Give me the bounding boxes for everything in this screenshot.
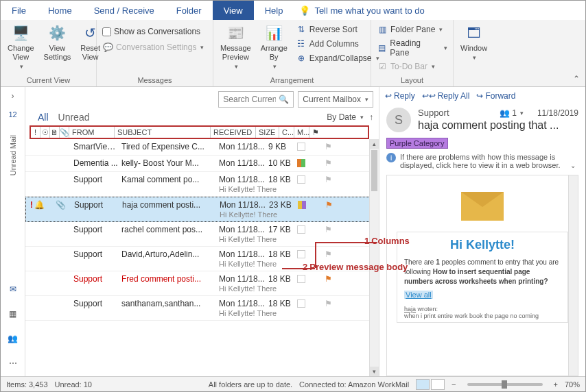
row-size: 17 KB (268, 225, 293, 234)
scroll-down-button[interactable]: ▾ (370, 367, 379, 376)
zoom-in-button[interactable]: + (554, 380, 558, 389)
view-all-link[interactable]: View all (404, 291, 433, 299)
body-scrollbar[interactable] (568, 175, 578, 376)
conversation-settings-button[interactable]: 💬Conversation Settings▾ (101, 41, 205, 53)
row-preview-url (73, 185, 216, 193)
nav-mail-icon[interactable]: ✉ (5, 283, 21, 295)
body-paragraph: There are 1 peoples comment to entry tha… (404, 258, 561, 286)
main-area: › 12 Unread Mail ✉ ▦ 👥 ⋯ 🔍 Current Mailb… (1, 87, 585, 376)
message-row[interactable]: SupportFred comment posti...Mon 11/18...… (25, 271, 379, 296)
row-preview-body: Hi Kellytte! There (220, 210, 277, 219)
search-icon[interactable]: 🔍 (279, 95, 289, 104)
message-row[interactable]: SmartView ...Tired of Expensive C...Mon … (25, 139, 379, 156)
row-flag[interactable]: ⚑ (325, 175, 334, 184)
col-icon[interactable]: 🗎 (50, 127, 60, 138)
col-received[interactable]: RECEIVED (211, 127, 256, 138)
col-mention[interactable]: M... (294, 127, 309, 138)
todo-bar-button[interactable]: ☑To-Do Bar▾ (375, 60, 436, 73)
info-expand[interactable]: ⌄ (570, 162, 576, 169)
row-from: Support (74, 200, 121, 210)
scroll-thumb[interactable] (371, 150, 377, 191)
reverse-sort-button[interactable]: ⇅Reverse Sort (294, 23, 381, 36)
row-size: 9 KB (268, 142, 293, 151)
tell-me-search[interactable]: 💡 Tell me what you want to do (299, 1, 424, 20)
row-flag[interactable]: ⚑ (325, 274, 334, 284)
reply-button[interactable]: ↩Reply (385, 91, 415, 101)
column-headers[interactable]: ! ☉ 🗎 📎 FROM SUBJECT RECEIVED SIZE C... … (30, 125, 369, 139)
message-row[interactable]: Dementia ...kelly- Boost Your M...Mon 11… (25, 156, 379, 172)
expand-collapse-button[interactable]: ⊕Expand/Collapse▾ (294, 52, 381, 64)
tab-view[interactable]: View (213, 1, 254, 20)
row-from: Support (73, 249, 120, 259)
view-normal-button[interactable] (416, 379, 430, 390)
col-reminder[interactable]: ☉ (40, 127, 50, 138)
search-scope-dropdown[interactable]: Current Mailbox▾ (298, 91, 373, 108)
col-subject[interactable]: SUBJECT (115, 127, 211, 138)
message-row[interactable]: SupportDavid,Arturo,Adelin...Mon 11/18..… (25, 247, 379, 271)
message-row[interactable]: Supportsanthanam,santhan...Mon 11/18...1… (25, 296, 379, 321)
folder-pane-button[interactable]: ▥Folder Pane▾ (375, 23, 444, 36)
row-flag[interactable]: ⚑ (325, 225, 334, 234)
add-columns-icon: ☷ (296, 38, 307, 49)
col-size[interactable]: SIZE (256, 127, 279, 138)
message-list-pane: 🔍 Current Mailbox▾ All Unread By Date ▾ … (25, 87, 379, 376)
tab-home[interactable]: Home (37, 1, 83, 20)
preview-icon: 📰 (226, 23, 245, 42)
scroll-up-button[interactable]: ▴ (370, 139, 379, 149)
window-button[interactable]: 🗔Window▾ (458, 22, 490, 63)
add-columns-button[interactable]: ☷Add Columns (294, 38, 381, 50)
row-flag[interactable]: ⚑ (325, 200, 335, 210)
tab-send-receive[interactable]: Send / Receive (83, 1, 165, 20)
zoom-slider[interactable] (467, 383, 543, 386)
show-conversations-checkbox[interactable]: Show as Conversations (101, 26, 202, 37)
row-flag[interactable]: ⚑ (325, 142, 334, 151)
status-folders: All folders are up to date. (209, 380, 292, 389)
row-flag[interactable]: ⚑ (325, 158, 334, 168)
info-bar[interactable]: i If there are problems with how this me… (386, 153, 578, 169)
people-icon: 👥 (500, 108, 510, 118)
col-categories[interactable]: C... (279, 127, 294, 138)
nav-more-icon[interactable]: ⋯ (5, 357, 21, 369)
row-from: Support (73, 274, 120, 284)
row-flag[interactable]: ⚑ (325, 299, 334, 308)
search-input[interactable] (223, 95, 276, 104)
col-from[interactable]: FROM (69, 127, 115, 138)
arrange-by-button[interactable]: 📊Arrange By▾ (258, 22, 290, 72)
row-subject: santhanam,santhan... (121, 299, 218, 308)
col-flag[interactable]: ⚑ (309, 127, 322, 138)
message-row[interactable]: Supportrachel comment pos...Mon 11/18...… (25, 222, 379, 247)
filter-unread[interactable]: Unread (58, 112, 90, 123)
row-received: Mon 11/18... (219, 175, 267, 184)
filter-all[interactable]: All (38, 112, 49, 123)
message-scrollbar[interactable]: ▴ ▾ (369, 139, 379, 376)
view-settings-button[interactable]: ⚙️View Settings (41, 22, 74, 63)
reading-pane: ↩Reply ↩↩Reply All ↪Forward S Support 👥1… (379, 87, 585, 376)
row-flag[interactable]: ⚑ (325, 249, 334, 259)
col-importance[interactable]: ! (31, 127, 40, 138)
row-from: Support (73, 225, 120, 234)
recipients-button[interactable]: 👥1▾ (500, 108, 524, 118)
sort-by-date[interactable]: By Date ▾ ↑ (327, 112, 373, 122)
zoom-handle[interactable] (502, 380, 507, 389)
tab-help[interactable]: Help (254, 1, 294, 20)
tab-folder[interactable]: Folder (165, 1, 213, 20)
message-preview-button[interactable]: 📰Message Preview▾ (218, 22, 254, 72)
col-attachment[interactable]: 📎 (60, 127, 69, 138)
unread-mail-label[interactable]: Unread Mail (9, 135, 17, 175)
nav-people-icon[interactable]: 👥 (5, 332, 21, 345)
nav-calendar-icon[interactable]: ▦ (5, 308, 21, 320)
change-view-button[interactable]: 🖥️Change View▾ (5, 22, 37, 72)
reply-all-button[interactable]: ↩↩Reply All (422, 91, 470, 101)
tab-file[interactable]: File (1, 1, 37, 20)
arrange-icon: 📊 (264, 23, 283, 42)
message-row[interactable]: SupportKamal comment po...Mon 11/18...18… (25, 172, 379, 197)
reading-pane-button[interactable]: ▤Reading Pane▾ (375, 38, 449, 58)
forward-button[interactable]: ↪Forward (476, 91, 515, 101)
ribbon-collapse-button[interactable]: ⌃ (573, 74, 580, 84)
expand-rail-button[interactable]: › (12, 91, 14, 101)
category-tag[interactable]: Purple Category (386, 138, 448, 149)
view-reading-button[interactable] (431, 379, 445, 390)
zoom-out-button[interactable]: − (452, 380, 456, 389)
message-row[interactable]: !🔔📎Supporthaja comment posti...Mon 11/18… (25, 197, 379, 222)
search-box[interactable]: 🔍 (218, 91, 294, 108)
